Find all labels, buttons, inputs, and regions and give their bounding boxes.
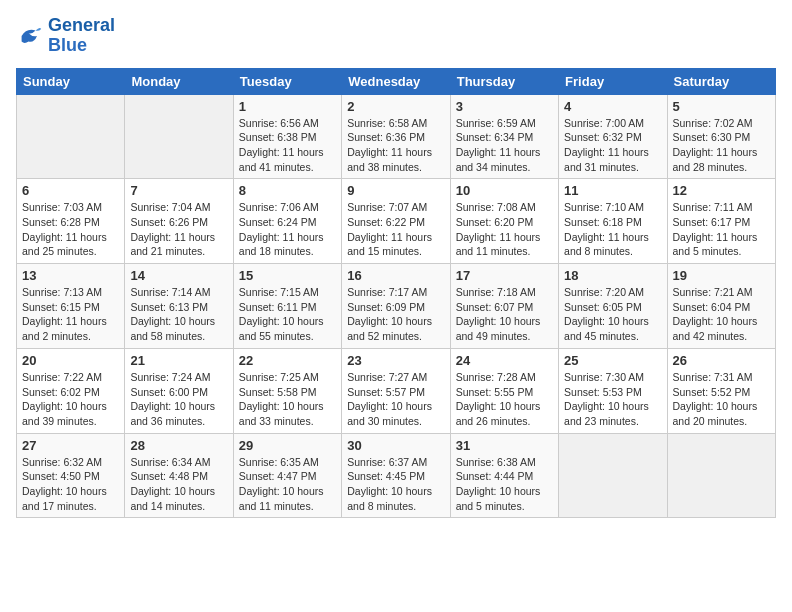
- calendar-cell: 26Sunrise: 7:31 AMSunset: 5:52 PMDayligh…: [667, 348, 775, 433]
- calendar-cell: [559, 433, 667, 518]
- calendar-cell: 30Sunrise: 6:37 AMSunset: 4:45 PMDayligh…: [342, 433, 450, 518]
- calendar-cell: 17Sunrise: 7:18 AMSunset: 6:07 PMDayligh…: [450, 264, 558, 349]
- day-number: 29: [239, 438, 336, 453]
- calendar-header-row: SundayMondayTuesdayWednesdayThursdayFrid…: [17, 68, 776, 94]
- calendar-cell: 4Sunrise: 7:00 AMSunset: 6:32 PMDaylight…: [559, 94, 667, 179]
- weekday-header-friday: Friday: [559, 68, 667, 94]
- calendar-cell: 13Sunrise: 7:13 AMSunset: 6:15 PMDayligh…: [17, 264, 125, 349]
- day-number: 24: [456, 353, 553, 368]
- day-number: 7: [130, 183, 227, 198]
- day-info: Sunrise: 6:35 AMSunset: 4:47 PMDaylight:…: [239, 455, 336, 514]
- day-info: Sunrise: 7:08 AMSunset: 6:20 PMDaylight:…: [456, 200, 553, 259]
- calendar-cell: 12Sunrise: 7:11 AMSunset: 6:17 PMDayligh…: [667, 179, 775, 264]
- day-number: 14: [130, 268, 227, 283]
- day-info: Sunrise: 6:34 AMSunset: 4:48 PMDaylight:…: [130, 455, 227, 514]
- weekday-header-thursday: Thursday: [450, 68, 558, 94]
- calendar-cell: 24Sunrise: 7:28 AMSunset: 5:55 PMDayligh…: [450, 348, 558, 433]
- calendar-cell: 6Sunrise: 7:03 AMSunset: 6:28 PMDaylight…: [17, 179, 125, 264]
- day-number: 16: [347, 268, 444, 283]
- day-info: Sunrise: 7:25 AMSunset: 5:58 PMDaylight:…: [239, 370, 336, 429]
- day-number: 17: [456, 268, 553, 283]
- day-number: 21: [130, 353, 227, 368]
- day-number: 13: [22, 268, 119, 283]
- calendar-cell: 31Sunrise: 6:38 AMSunset: 4:44 PMDayligh…: [450, 433, 558, 518]
- day-number: 10: [456, 183, 553, 198]
- calendar-week-row: 20Sunrise: 7:22 AMSunset: 6:02 PMDayligh…: [17, 348, 776, 433]
- day-number: 23: [347, 353, 444, 368]
- day-info: Sunrise: 7:06 AMSunset: 6:24 PMDaylight:…: [239, 200, 336, 259]
- day-info: Sunrise: 7:02 AMSunset: 6:30 PMDaylight:…: [673, 116, 770, 175]
- day-number: 28: [130, 438, 227, 453]
- day-number: 1: [239, 99, 336, 114]
- day-info: Sunrise: 7:10 AMSunset: 6:18 PMDaylight:…: [564, 200, 661, 259]
- calendar-cell: 5Sunrise: 7:02 AMSunset: 6:30 PMDaylight…: [667, 94, 775, 179]
- day-info: Sunrise: 7:17 AMSunset: 6:09 PMDaylight:…: [347, 285, 444, 344]
- calendar-table: SundayMondayTuesdayWednesdayThursdayFrid…: [16, 68, 776, 519]
- day-info: Sunrise: 7:15 AMSunset: 6:11 PMDaylight:…: [239, 285, 336, 344]
- day-number: 5: [673, 99, 770, 114]
- logo-text: General Blue: [48, 16, 115, 56]
- calendar-cell: 10Sunrise: 7:08 AMSunset: 6:20 PMDayligh…: [450, 179, 558, 264]
- day-info: Sunrise: 6:32 AMSunset: 4:50 PMDaylight:…: [22, 455, 119, 514]
- day-info: Sunrise: 6:58 AMSunset: 6:36 PMDaylight:…: [347, 116, 444, 175]
- calendar-cell: 1Sunrise: 6:56 AMSunset: 6:38 PMDaylight…: [233, 94, 341, 179]
- logo: General Blue: [16, 16, 115, 56]
- day-number: 18: [564, 268, 661, 283]
- calendar-cell: 29Sunrise: 6:35 AMSunset: 4:47 PMDayligh…: [233, 433, 341, 518]
- day-number: 4: [564, 99, 661, 114]
- day-number: 27: [22, 438, 119, 453]
- day-info: Sunrise: 7:30 AMSunset: 5:53 PMDaylight:…: [564, 370, 661, 429]
- day-number: 3: [456, 99, 553, 114]
- calendar-cell: 14Sunrise: 7:14 AMSunset: 6:13 PMDayligh…: [125, 264, 233, 349]
- calendar-cell: 16Sunrise: 7:17 AMSunset: 6:09 PMDayligh…: [342, 264, 450, 349]
- day-number: 22: [239, 353, 336, 368]
- day-number: 31: [456, 438, 553, 453]
- day-info: Sunrise: 7:04 AMSunset: 6:26 PMDaylight:…: [130, 200, 227, 259]
- calendar-cell: 23Sunrise: 7:27 AMSunset: 5:57 PMDayligh…: [342, 348, 450, 433]
- day-info: Sunrise: 7:31 AMSunset: 5:52 PMDaylight:…: [673, 370, 770, 429]
- calendar-week-row: 27Sunrise: 6:32 AMSunset: 4:50 PMDayligh…: [17, 433, 776, 518]
- day-info: Sunrise: 7:27 AMSunset: 5:57 PMDaylight:…: [347, 370, 444, 429]
- calendar-cell: 21Sunrise: 7:24 AMSunset: 6:00 PMDayligh…: [125, 348, 233, 433]
- weekday-header-wednesday: Wednesday: [342, 68, 450, 94]
- calendar-week-row: 13Sunrise: 7:13 AMSunset: 6:15 PMDayligh…: [17, 264, 776, 349]
- day-number: 11: [564, 183, 661, 198]
- day-number: 12: [673, 183, 770, 198]
- day-info: Sunrise: 6:37 AMSunset: 4:45 PMDaylight:…: [347, 455, 444, 514]
- day-info: Sunrise: 7:28 AMSunset: 5:55 PMDaylight:…: [456, 370, 553, 429]
- day-number: 25: [564, 353, 661, 368]
- calendar-cell: 18Sunrise: 7:20 AMSunset: 6:05 PMDayligh…: [559, 264, 667, 349]
- day-number: 20: [22, 353, 119, 368]
- day-info: Sunrise: 7:18 AMSunset: 6:07 PMDaylight:…: [456, 285, 553, 344]
- day-info: Sunrise: 7:00 AMSunset: 6:32 PMDaylight:…: [564, 116, 661, 175]
- day-number: 8: [239, 183, 336, 198]
- logo-icon: [16, 22, 44, 50]
- day-info: Sunrise: 7:20 AMSunset: 6:05 PMDaylight:…: [564, 285, 661, 344]
- day-info: Sunrise: 6:56 AMSunset: 6:38 PMDaylight:…: [239, 116, 336, 175]
- day-info: Sunrise: 6:59 AMSunset: 6:34 PMDaylight:…: [456, 116, 553, 175]
- calendar-cell: 2Sunrise: 6:58 AMSunset: 6:36 PMDaylight…: [342, 94, 450, 179]
- day-info: Sunrise: 7:21 AMSunset: 6:04 PMDaylight:…: [673, 285, 770, 344]
- calendar-cell: 25Sunrise: 7:30 AMSunset: 5:53 PMDayligh…: [559, 348, 667, 433]
- calendar-cell: 9Sunrise: 7:07 AMSunset: 6:22 PMDaylight…: [342, 179, 450, 264]
- weekday-header-tuesday: Tuesday: [233, 68, 341, 94]
- calendar-cell: 7Sunrise: 7:04 AMSunset: 6:26 PMDaylight…: [125, 179, 233, 264]
- weekday-header-sunday: Sunday: [17, 68, 125, 94]
- day-number: 30: [347, 438, 444, 453]
- page-header: General Blue: [16, 16, 776, 56]
- calendar-cell: 20Sunrise: 7:22 AMSunset: 6:02 PMDayligh…: [17, 348, 125, 433]
- calendar-cell: 28Sunrise: 6:34 AMSunset: 4:48 PMDayligh…: [125, 433, 233, 518]
- calendar-week-row: 1Sunrise: 6:56 AMSunset: 6:38 PMDaylight…: [17, 94, 776, 179]
- day-info: Sunrise: 7:11 AMSunset: 6:17 PMDaylight:…: [673, 200, 770, 259]
- day-number: 2: [347, 99, 444, 114]
- calendar-cell: 3Sunrise: 6:59 AMSunset: 6:34 PMDaylight…: [450, 94, 558, 179]
- calendar-cell: 11Sunrise: 7:10 AMSunset: 6:18 PMDayligh…: [559, 179, 667, 264]
- day-info: Sunrise: 7:03 AMSunset: 6:28 PMDaylight:…: [22, 200, 119, 259]
- day-number: 19: [673, 268, 770, 283]
- calendar-cell: 8Sunrise: 7:06 AMSunset: 6:24 PMDaylight…: [233, 179, 341, 264]
- day-info: Sunrise: 7:07 AMSunset: 6:22 PMDaylight:…: [347, 200, 444, 259]
- calendar-cell: 22Sunrise: 7:25 AMSunset: 5:58 PMDayligh…: [233, 348, 341, 433]
- day-info: Sunrise: 7:13 AMSunset: 6:15 PMDaylight:…: [22, 285, 119, 344]
- weekday-header-monday: Monday: [125, 68, 233, 94]
- day-number: 9: [347, 183, 444, 198]
